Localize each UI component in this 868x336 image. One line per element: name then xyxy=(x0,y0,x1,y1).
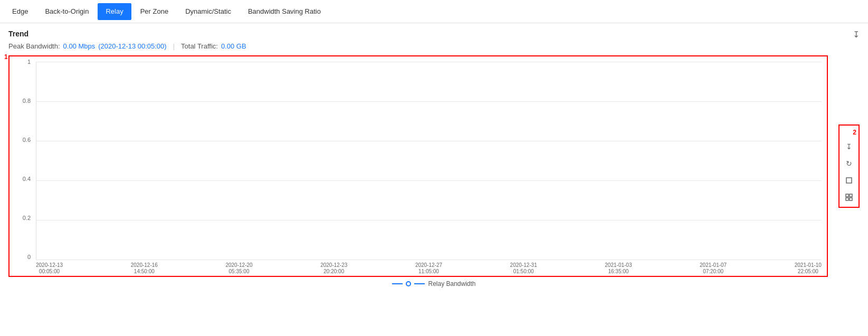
x-tick-7: 2021-01-0707:20:00 xyxy=(700,262,727,275)
grid-line-60 xyxy=(36,141,822,141)
toolbar-download-icon[interactable]: ↧ xyxy=(843,140,855,153)
tab-bandwidth-saving-ratio[interactable]: Bandwidth Saving Ratio xyxy=(240,3,329,20)
total-traffic-value: 0.00 GB xyxy=(221,42,246,50)
grid-line-80 xyxy=(36,101,822,102)
x-axis: 2020-12-1300:05:00 2020-12-1614:50:00 20… xyxy=(36,260,822,276)
chart-container: 1 0 0.2 0.4 0.6 0.8 1 xyxy=(8,55,828,277)
toolbar-crop-icon[interactable] xyxy=(843,174,855,187)
svg-rect-1 xyxy=(846,194,848,197)
stats-row: Peak Bandwidth: 0.00 Mbps (2020-12-13 00… xyxy=(8,42,860,50)
stat-divider: | xyxy=(173,42,175,50)
x-tick-6: 2021-01-0316:35:00 xyxy=(605,262,632,275)
tab-back-to-origin[interactable]: Back-to-Origin xyxy=(37,3,97,20)
chart-wrapper: 1 0 0.2 0.4 0.6 0.8 1 xyxy=(8,55,860,277)
chart-label-2: 2 xyxy=(853,129,856,136)
peak-bandwidth-time: (2020-12-13 00:05:00) xyxy=(98,42,166,50)
peak-bandwidth-label: Peak Bandwidth: xyxy=(8,42,60,50)
legend-dot xyxy=(406,281,411,286)
peak-bandwidth-value: 0.00 Mbps xyxy=(63,42,96,50)
x-tick-2: 2020-12-2005:35:00 xyxy=(225,262,252,275)
legend-area: Relay Bandwidth xyxy=(8,280,860,287)
y-tick-08: 0.8 xyxy=(9,98,34,104)
chart-inner xyxy=(36,62,822,260)
download-icon-top[interactable]: ↧ xyxy=(853,30,860,40)
x-tick-5: 2020-12-3101:50:00 xyxy=(510,262,537,275)
legend-line-2 xyxy=(414,283,425,284)
x-tick-4: 2020-12-2711:05:00 xyxy=(415,262,442,275)
y-tick-04: 0.4 xyxy=(9,176,34,182)
grid-line-100 xyxy=(36,62,822,62)
y-tick-0: 0 xyxy=(9,254,34,260)
svg-rect-0 xyxy=(846,178,852,183)
y-tick-06: 0.6 xyxy=(9,137,34,143)
section-title: Trend xyxy=(8,30,860,38)
content-area: Trend Peak Bandwidth: 0.00 Mbps (2020-12… xyxy=(0,23,868,294)
y-tick-1: 1 xyxy=(9,59,34,65)
x-tick-1: 2020-12-1614:50:00 xyxy=(131,262,158,275)
toolbar-fullscreen-icon[interactable] xyxy=(843,191,855,204)
chart-label-1: 1 xyxy=(4,53,8,61)
tab-edge[interactable]: Edge xyxy=(4,3,36,20)
x-tick-8: 2021-01-1022:05:00 xyxy=(795,262,822,275)
x-tick-3: 2020-12-2320:20:00 xyxy=(320,262,347,275)
tab-relay[interactable]: Relay xyxy=(98,3,131,20)
tab-dynamic-static[interactable]: Dynamic/Static xyxy=(177,3,239,20)
toolbar-refresh-icon[interactable]: ↻ xyxy=(843,157,855,170)
grid-line-20 xyxy=(36,220,822,220)
svg-rect-2 xyxy=(850,194,852,197)
y-tick-02: 0.2 xyxy=(9,215,34,221)
legend-label: Relay Bandwidth xyxy=(428,280,475,287)
grid-line-40 xyxy=(36,180,822,181)
y-axis: 0 0.2 0.4 0.6 0.8 1 xyxy=(9,56,36,260)
svg-rect-4 xyxy=(850,198,852,200)
legend-line xyxy=(392,283,403,284)
svg-rect-3 xyxy=(846,198,848,200)
tab-per-zone[interactable]: Per Zone xyxy=(132,3,176,20)
total-traffic-label: Total Traffic: xyxy=(181,42,218,50)
floating-toolbar: 2 ↧ ↻ xyxy=(838,124,860,208)
x-tick-0: 2020-12-1300:05:00 xyxy=(36,262,63,275)
top-bar: Edge Back-to-Origin Relay Per Zone Dynam… xyxy=(0,0,868,23)
